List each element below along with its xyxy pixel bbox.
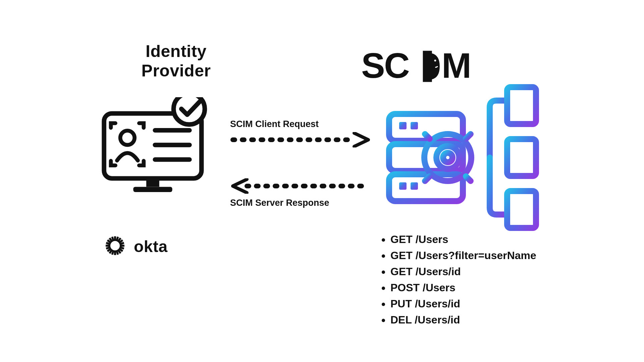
endpoint-item: GET /Users?filter=userName <box>390 247 536 263</box>
svg-line-49 <box>425 176 430 181</box>
endpoint-item: POST /Users <box>390 280 536 296</box>
identity-provider-title: Identity Provider <box>112 42 240 80</box>
svg-line-46 <box>466 134 471 139</box>
arrow-block: SCIM Client Request SCIM Server Response <box>230 119 371 208</box>
svg-text:M: M <box>442 47 471 85</box>
endpoint-item: GET /Users <box>390 231 536 247</box>
svg-point-41 <box>436 146 459 169</box>
identity-provider-icon <box>99 97 216 201</box>
svg-rect-38 <box>399 182 407 190</box>
response-arrow-label: SCIM Server Response <box>230 198 371 208</box>
scim-endpoints-list: GET /Users GET /Users?filter=userName GE… <box>378 231 536 328</box>
okta-brand: okta <box>106 236 203 256</box>
svg-rect-5 <box>153 143 192 147</box>
request-arrow-label: SCIM Client Request <box>230 119 371 129</box>
scim-server-icon <box>382 80 540 231</box>
svg-point-42 <box>443 153 452 162</box>
svg-rect-4 <box>153 128 192 133</box>
svg-line-47 <box>466 176 471 181</box>
svg-rect-37 <box>411 122 418 129</box>
svg-rect-2 <box>133 187 172 192</box>
svg-rect-1 <box>146 179 159 187</box>
request-arrow-icon <box>230 132 371 147</box>
svg-rect-36 <box>399 122 407 129</box>
svg-rect-39 <box>411 182 418 190</box>
svg-point-31 <box>434 60 436 62</box>
okta-wordmark: okta <box>134 237 168 256</box>
response-arrow-icon <box>230 178 371 194</box>
endpoint-item: GET /Users/id <box>390 263 536 280</box>
diagram-canvas: Identity Provider <box>0 0 644 362</box>
svg-point-3 <box>120 131 135 145</box>
svg-line-48 <box>425 134 430 139</box>
endpoint-item: DEL /Users/id <box>390 312 536 328</box>
svg-text:SC: SC <box>361 47 409 85</box>
endpoint-item: PUT /Users/id <box>390 296 536 312</box>
okta-sunburst-icon <box>106 236 124 256</box>
svg-rect-6 <box>153 157 192 162</box>
